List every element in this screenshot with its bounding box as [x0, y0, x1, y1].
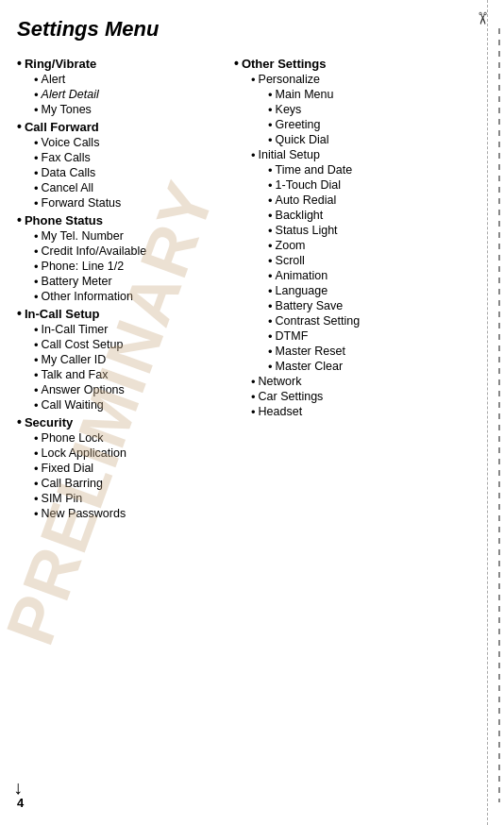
sub-item: Alert Detail: [34, 87, 234, 102]
list-item: Greeting: [268, 117, 485, 132]
sub-item: Call Waiting: [34, 397, 234, 412]
list-item: In-Call Setup In-Call Timer Call Cost Se…: [17, 305, 234, 412]
list-item: Scroll: [268, 253, 485, 268]
subsub-item: Quick Dial: [268, 132, 485, 147]
list-item: Language: [268, 283, 485, 298]
list-item: My Caller ID: [34, 352, 234, 367]
sub-item: New Passwords: [34, 506, 234, 521]
page-container: PRELIMINARY Settings Menu Ring/Vibrate A…: [0, 0, 504, 825]
sub-item: Battery Meter: [34, 274, 234, 289]
sub-item: Call Cost Setup: [34, 337, 234, 352]
list-item: Phone Lock: [34, 430, 234, 446]
subsub-item: DTMF: [268, 328, 485, 344]
sub-item: Voice Calls: [34, 135, 234, 150]
subsub-item: Time and Date: [268, 162, 485, 177]
subsub-item: Language: [268, 283, 485, 298]
list-item: Other Settings Personalize Main Menu Key…: [234, 55, 485, 419]
list-item: Backlight: [268, 208, 485, 223]
list-item: Lock Application: [34, 446, 234, 461]
sub-item: My Caller ID: [34, 352, 234, 367]
subsub-item: Battery Save: [268, 298, 485, 313]
subsub-item: Main Menu: [268, 87, 485, 102]
list-item: DTMF: [268, 328, 485, 344]
list-item: Call Forward Voice Calls Fax Calls Data …: [17, 118, 234, 210]
subsub-item: Master Clear: [268, 359, 485, 374]
sub-item: In-Call Timer: [34, 322, 234, 337]
list-item: SIM Pin: [34, 491, 234, 506]
list-item: Keys: [268, 102, 485, 117]
list-item: Main Menu: [268, 87, 485, 102]
sub-list: Phone Lock Lock Application Fixed Dial C…: [17, 430, 234, 521]
list-item: Battery Meter: [34, 274, 234, 289]
list-item: Call Waiting: [34, 397, 234, 412]
subsub-item: Contrast Setting: [268, 313, 485, 328]
section-security: Security: [17, 413, 234, 430]
list-item: Fax Calls: [34, 150, 234, 165]
list-item: Time and Date: [268, 162, 485, 177]
list-item: Call Cost Setup: [34, 337, 234, 352]
list-item: Master Reset: [268, 344, 485, 359]
subsub-item: 1-Touch Dial: [268, 177, 485, 193]
sub-item: Data Calls: [34, 165, 234, 180]
list-item: Cancel All: [34, 180, 234, 195]
sub-item: Lock Application: [34, 446, 234, 461]
sub-item: My Tel. Number: [34, 228, 234, 244]
subsub-item: Greeting: [268, 117, 485, 132]
section-ring-vibrate: Ring/Vibrate: [17, 55, 234, 72]
sub-item: SIM Pin: [34, 491, 234, 506]
subsub-item: Backlight: [268, 208, 485, 223]
list-item: My Tones: [34, 102, 234, 117]
sub-item: Alert: [34, 72, 234, 87]
section-in-call-setup: In-Call Setup: [17, 305, 234, 322]
subsub-item: Master Reset: [268, 344, 485, 359]
list-item: Contrast Setting: [268, 313, 485, 328]
section-other-settings: Other Settings: [234, 55, 485, 72]
subsub-item: Scroll: [268, 253, 485, 268]
list-item: Data Calls: [34, 165, 234, 180]
sub-list: My Tel. Number Credit Info/Available Pho…: [17, 228, 234, 304]
right-column: Other Settings Personalize Main Menu Key…: [234, 55, 485, 522]
sub-item: Call Barring: [34, 476, 234, 491]
subsub-item: Auto Redial: [268, 193, 485, 208]
list-item: Status Light: [268, 223, 485, 238]
sub-item-personalize: Personalize: [251, 72, 485, 87]
dashed-line-right: [498, 28, 500, 802]
sub-item: Other Information: [34, 289, 234, 304]
list-item: Alert: [34, 72, 234, 87]
list-item: Answer Options: [34, 382, 234, 397]
list-item: 1-Touch Dial: [268, 177, 485, 193]
list-item: Call Barring: [34, 476, 234, 491]
list-item: Credit Info/Available: [34, 244, 234, 259]
subsub-list: Time and Date 1-Touch Dial Auto Redial B…: [251, 162, 485, 374]
sub-item: Cancel All: [34, 180, 234, 195]
list-item: Voice Calls: [34, 135, 234, 150]
sub-list: Alert Alert Detail My Tones: [17, 72, 234, 117]
sub-list: Voice Calls Fax Calls Data Calls Cancel …: [17, 135, 234, 210]
sub-item: My Tones: [34, 102, 234, 117]
sub-item: Phone Lock: [34, 430, 234, 446]
subsub-item: Zoom: [268, 238, 485, 253]
list-item: Battery Save: [268, 298, 485, 313]
sub-list: In-Call Timer Call Cost Setup My Caller …: [17, 322, 234, 412]
sub-item: Talk and Fax: [34, 367, 234, 382]
sub-item: Credit Info/Available: [34, 244, 234, 259]
sub-item: Forward Status: [34, 195, 234, 210]
list-item: Auto Redial: [268, 193, 485, 208]
sub-item: Answer Options: [34, 382, 234, 397]
subsub-item: Keys: [268, 102, 485, 117]
sub-item-headset: Headset: [251, 404, 485, 419]
content-area: Ring/Vibrate Alert Alert Detail My Tones…: [17, 55, 485, 522]
sub-item: Phone: Line 1/2: [34, 259, 234, 274]
sub-item: Fixed Dial: [34, 461, 234, 476]
page-title: Settings Menu: [17, 17, 485, 42]
list-item: Master Clear: [268, 359, 485, 374]
list-item: Car Settings: [251, 389, 485, 404]
list-item: Talk and Fax: [34, 367, 234, 382]
list-item: Initial Setup Time and Date 1-Touch Dial…: [251, 147, 485, 374]
list-item: Security Phone Lock Lock Application Fix…: [17, 413, 234, 521]
list-item: Other Information: [34, 289, 234, 304]
list-item: Headset: [251, 404, 485, 419]
section-phone-status: Phone Status: [17, 211, 234, 228]
list-item: New Passwords: [34, 506, 234, 521]
list-item: Fixed Dial: [34, 461, 234, 476]
